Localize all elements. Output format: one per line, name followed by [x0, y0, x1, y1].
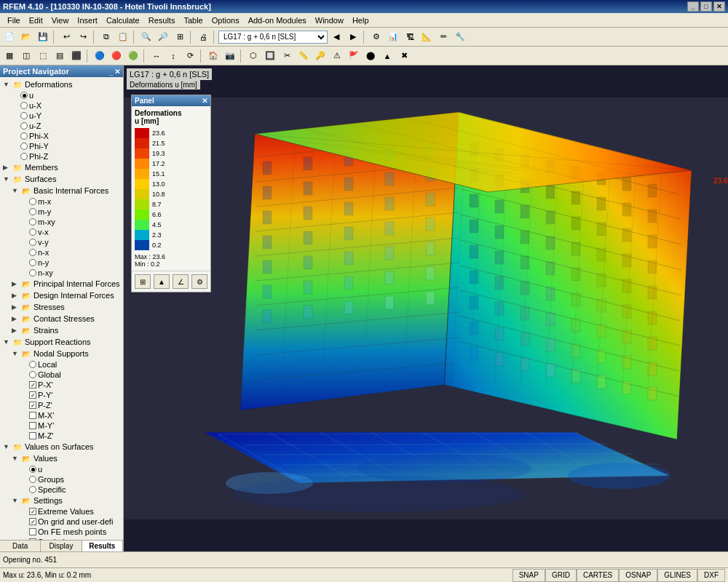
tree-item[interactable]: Phi-Y: [0, 141, 123, 151]
tree-item[interactable]: ▶📂Stresses: [0, 301, 123, 313]
tb2-icon-11[interactable]: ⟳: [182, 48, 198, 64]
tree-item[interactable]: ▶📂Design Internal Forces: [0, 290, 123, 301]
panel-close-button[interactable]: ✕: [202, 97, 207, 105]
radio-button[interactable]: [29, 259, 36, 266]
radio-button[interactable]: [29, 476, 36, 483]
menu-options[interactable]: Options: [207, 15, 244, 26]
tree-item[interactable]: u-Y: [0, 111, 123, 121]
tree-item[interactable]: ▼📁Support Reactions: [0, 336, 123, 348]
menu-help[interactable]: Help: [348, 15, 373, 26]
tree-item[interactable]: ▶📂Contact Stresses: [0, 313, 123, 324]
tb2-icon-20[interactable]: 🚩: [346, 48, 362, 64]
print-button[interactable]: 🖨: [195, 29, 211, 45]
close-button[interactable]: ✕: [713, 1, 725, 12]
menu-window[interactable]: Window: [311, 15, 348, 26]
menu-results[interactable]: Results: [144, 15, 180, 26]
tree-item[interactable]: Specific: [0, 485, 123, 495]
radio-button[interactable]: [29, 239, 36, 246]
tb-icon-3[interactable]: 🏗: [402, 29, 418, 45]
tree-item[interactable]: ▼📁Surfaces: [0, 173, 123, 185]
tb2-icon-7[interactable]: 🔴: [108, 48, 124, 64]
window-controls[interactable]: _ □ ✕: [687, 1, 725, 12]
tree-item[interactable]: u: [0, 464, 123, 474]
menu-edit[interactable]: Edit: [25, 15, 47, 26]
tb2-icon-4[interactable]: ▤: [52, 48, 68, 64]
tb-icon-4[interactable]: 📐: [419, 29, 435, 45]
tree-item[interactable]: Phi-Z: [0, 151, 123, 162]
menu-addon[interactable]: Add-on Modules: [244, 15, 311, 26]
tree-item[interactable]: ▶📁Members: [0, 162, 123, 173]
radio-button[interactable]: [29, 198, 36, 205]
tree-item[interactable]: ✓Extreme Values: [0, 506, 123, 517]
tb2-icon-9[interactable]: ↔: [149, 48, 165, 64]
tree-item[interactable]: m-xy: [0, 217, 123, 227]
tree-item[interactable]: n-xy: [0, 268, 123, 278]
checkbox[interactable]: [29, 412, 36, 419]
tree-item[interactable]: u-Z: [0, 121, 123, 131]
radio-button[interactable]: [29, 218, 36, 226]
tb2-icon-15[interactable]: 🔲: [262, 48, 278, 64]
sidebar-tab-results[interactable]: Results: [82, 541, 123, 551]
checkbox[interactable]: ✓: [29, 381, 36, 388]
tree-item[interactable]: Phi-X: [0, 131, 123, 141]
radio-button[interactable]: [20, 102, 28, 109]
checkbox[interactable]: [29, 422, 36, 429]
tb2-icon-16[interactable]: ✂: [279, 48, 295, 64]
radio-button[interactable]: [29, 228, 36, 236]
tree-item[interactable]: u-X: [0, 100, 123, 111]
tree-item[interactable]: ▶📂Principal Internal Forces: [0, 278, 123, 290]
tree-item[interactable]: n-x: [0, 247, 123, 258]
radio-button[interactable]: [20, 153, 28, 160]
tree-item[interactable]: ▼📁Deformations: [0, 79, 123, 90]
zoom-in-button[interactable]: 🔍: [138, 29, 154, 45]
open-button[interactable]: 📂: [18, 29, 34, 45]
paste-button[interactable]: 📋: [115, 29, 131, 45]
tree-item[interactable]: ▼📁Values on Surfaces: [0, 441, 123, 453]
zoom-all-button[interactable]: ⊞: [172, 29, 188, 45]
tb2-icon-10[interactable]: ↕: [165, 48, 181, 64]
panel-settings-button[interactable]: ⚙: [191, 274, 207, 289]
tree-item[interactable]: ▼📂Basic Internal Forces: [0, 185, 123, 196]
radio-button[interactable]: [29, 269, 36, 276]
panel-grid-button[interactable]: ⊞: [135, 274, 151, 289]
tb2-icon-19[interactable]: ⚠: [329, 48, 345, 64]
sidebar-minimize[interactable]: _: [108, 68, 113, 76]
tree-item[interactable]: Local: [0, 359, 123, 370]
redo-button[interactable]: ↪: [75, 29, 91, 45]
tb2-icon-21[interactable]: ⬤: [363, 48, 379, 64]
tb2-icon-13[interactable]: 📷: [222, 48, 238, 64]
menu-view[interactable]: View: [47, 15, 74, 26]
menu-table[interactable]: Table: [179, 15, 207, 26]
tb-icon-6[interactable]: 🔧: [452, 29, 468, 45]
tb2-icon-8[interactable]: 🟢: [125, 48, 141, 64]
radio-button[interactable]: [29, 466, 36, 473]
osnap-button[interactable]: OSNAP: [619, 569, 657, 582]
tree-item[interactable]: v-y: [0, 237, 123, 247]
copy-button[interactable]: ⧉: [98, 29, 114, 45]
tb2-icon-23[interactable]: ✖: [396, 48, 412, 64]
radio-button[interactable]: [20, 143, 28, 150]
radio-button[interactable]: [20, 92, 28, 99]
tree-item[interactable]: u: [0, 90, 123, 100]
maximize-button[interactable]: □: [700, 1, 712, 12]
tb2-icon-3[interactable]: ⬚: [35, 48, 51, 64]
undo-button[interactable]: ↩: [58, 29, 74, 45]
tree-item[interactable]: M-Z': [0, 431, 123, 441]
tree-item[interactable]: ✓P-Z': [0, 400, 123, 410]
radio-button[interactable]: [20, 112, 28, 119]
radio-button[interactable]: [29, 486, 36, 493]
tree-item[interactable]: ✓P-Y': [0, 390, 123, 400]
new-button[interactable]: 📄: [1, 29, 17, 45]
panel-angle-button[interactable]: ∠: [173, 274, 189, 289]
tree-item[interactable]: n-y: [0, 258, 123, 268]
tree-item[interactable]: M-Y': [0, 420, 123, 431]
dxf-button[interactable]: DXF: [697, 569, 725, 582]
save-button[interactable]: 💾: [35, 29, 51, 45]
zoom-out-button[interactable]: 🔎: [155, 29, 171, 45]
tb-icon-1[interactable]: ⚙: [368, 29, 384, 45]
glines-button[interactable]: GLINES: [657, 569, 697, 582]
minimize-button[interactable]: _: [687, 1, 699, 12]
tree-item[interactable]: m-x: [0, 196, 123, 207]
sidebar-close[interactable]: ✕: [114, 68, 120, 76]
tree-item[interactable]: ✓P-X': [0, 380, 123, 390]
